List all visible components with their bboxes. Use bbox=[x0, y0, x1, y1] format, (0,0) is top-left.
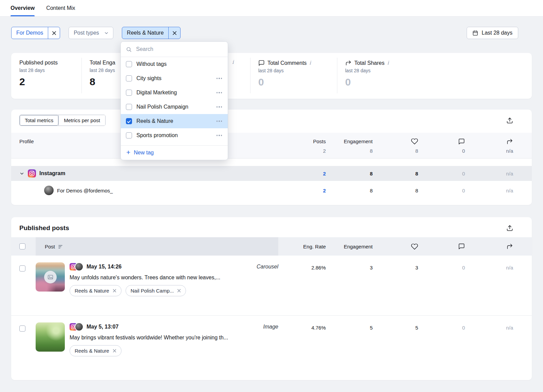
shares-value: n/a bbox=[465, 262, 513, 270]
checkbox[interactable] bbox=[126, 132, 132, 138]
checkbox[interactable] bbox=[126, 104, 132, 110]
shares-value: n/a bbox=[465, 322, 513, 331]
post-thumbnail[interactable] bbox=[36, 322, 65, 352]
avatar bbox=[75, 262, 83, 271]
tag-option-sports-promotion[interactable]: Sports promotion bbox=[121, 128, 228, 143]
profiles-table-totals: 2 8 8 0 n/a bbox=[11, 146, 532, 158]
filter-chip-for-demos[interactable]: For Demos bbox=[11, 27, 60, 39]
profile-handle: @fordemos_ bbox=[83, 188, 113, 193]
chevron-down-icon[interactable] bbox=[19, 171, 24, 176]
post-tag-label: Nail Polish Camp... bbox=[131, 288, 174, 294]
table-row-for-demos[interactable]: For Demos @fordemos_ 2 8 8 0 n/a bbox=[11, 181, 532, 200]
post-tag[interactable]: Reels & Nature bbox=[70, 285, 121, 296]
close-icon[interactable] bbox=[113, 349, 116, 353]
dots-menu-icon[interactable] bbox=[216, 119, 223, 123]
instagram-icon bbox=[28, 169, 36, 178]
post-tag-label: Reels & Nature bbox=[75, 288, 109, 294]
avatar bbox=[75, 322, 83, 331]
tab-content-mix[interactable]: Content Mix bbox=[46, 0, 75, 16]
card-subtitle: last 28 days bbox=[258, 68, 337, 73]
post-row[interactable]: May 15, 14:26 Carousel May unfolds natur… bbox=[11, 256, 532, 315]
post-type: Image bbox=[263, 324, 278, 330]
shares-value: n/a bbox=[465, 188, 513, 193]
totals-shares: n/a bbox=[465, 148, 513, 154]
comments-value: 0 bbox=[418, 262, 465, 270]
tab-overview[interactable]: Overview bbox=[11, 0, 35, 16]
checkbox[interactable] bbox=[126, 61, 132, 67]
new-tag-button[interactable]: + New tag bbox=[126, 149, 154, 156]
filter-chip-for-demos-label: For Demos bbox=[12, 27, 48, 39]
post-tag[interactable]: Reels & Nature bbox=[70, 345, 121, 356]
checkbox[interactable] bbox=[126, 118, 132, 124]
post-tag-label: Reels & Nature bbox=[75, 348, 109, 354]
card-total-shares: Total Shares i last 28 days 0 bbox=[337, 53, 532, 99]
close-icon[interactable] bbox=[168, 27, 180, 39]
dots-menu-icon[interactable] bbox=[216, 133, 223, 137]
column-posts: Posts bbox=[278, 138, 326, 144]
card-title: Total Comments bbox=[267, 60, 307, 66]
engagement-value: 5 bbox=[326, 322, 373, 331]
tags-dropdown: Without tags City sights Digital Marketi… bbox=[120, 41, 228, 160]
post-row[interactable]: May 5, 13:07 Image May brings vibrant fe… bbox=[11, 315, 532, 375]
table-row-instagram[interactable]: Instagram 2 8 8 0 n/a bbox=[11, 166, 532, 181]
profile-name: For Demos bbox=[57, 188, 82, 193]
calendar-icon bbox=[472, 30, 478, 36]
totals-comments: 0 bbox=[418, 148, 465, 154]
likes-value: 8 bbox=[373, 188, 418, 193]
info-icon[interactable]: i bbox=[387, 60, 389, 66]
post-checkbox[interactable] bbox=[19, 265, 25, 272]
chevron-down-icon bbox=[104, 27, 109, 39]
post-caption[interactable]: May unfolds nature's wonders. Trees danc… bbox=[70, 275, 278, 281]
search-icon bbox=[126, 46, 132, 52]
column-post: Post bbox=[45, 244, 55, 249]
export-icon[interactable] bbox=[506, 117, 513, 124]
filter-chip-reels-nature[interactable]: Reels & Nature bbox=[122, 27, 181, 39]
likes-value: 3 bbox=[373, 262, 418, 270]
close-icon[interactable] bbox=[113, 289, 116, 293]
card-value: 0 bbox=[345, 76, 532, 88]
card-total-comments: Total Comments i last 28 days 0 bbox=[250, 53, 337, 99]
tag-option-label: Reels & Nature bbox=[136, 118, 211, 124]
select-all-checkbox[interactable] bbox=[19, 243, 25, 249]
column-engagement: Engagement bbox=[326, 244, 373, 249]
tag-option-nail-polish-campaign[interactable]: Nail Polish Campaign bbox=[121, 100, 228, 114]
tag-option-label: Digital Marketing bbox=[136, 90, 211, 96]
dots-menu-icon[interactable] bbox=[216, 105, 223, 109]
post-tag[interactable]: Nail Polish Camp... bbox=[126, 285, 186, 296]
comments-value: 0 bbox=[418, 171, 465, 176]
post-checkbox[interactable] bbox=[19, 325, 25, 332]
post-thumbnail[interactable] bbox=[36, 262, 65, 292]
tag-option-digital-marketing[interactable]: Digital Marketing bbox=[121, 86, 228, 100]
tag-option-label: Sports promotion bbox=[136, 132, 211, 138]
close-icon[interactable] bbox=[48, 27, 60, 39]
tag-option-city-sights[interactable]: City sights bbox=[121, 71, 228, 86]
dots-menu-icon[interactable] bbox=[216, 76, 223, 80]
main-content: For Demos Post types Reels & Nature bbox=[0, 27, 543, 380]
sort-icon[interactable] bbox=[58, 244, 63, 249]
posts-value[interactable]: 2 bbox=[278, 171, 326, 176]
dots-menu-icon[interactable] bbox=[216, 91, 223, 95]
info-icon[interactable]: i bbox=[310, 60, 311, 66]
toggle-metrics-per-post[interactable]: Metrics per post bbox=[58, 115, 105, 126]
checkbox[interactable] bbox=[126, 75, 132, 81]
export-icon[interactable] bbox=[506, 225, 513, 231]
published-posts-title: Published posts bbox=[19, 224, 69, 232]
date-range-button[interactable]: Last 28 days bbox=[467, 27, 518, 39]
engagement-value: 3 bbox=[326, 262, 373, 270]
column-eng-rate: Eng. Rate bbox=[278, 244, 326, 249]
comment-icon bbox=[418, 138, 465, 145]
post-caption[interactable]: May brings vibrant festivals worldwide! … bbox=[70, 335, 278, 341]
toggle-total-metrics[interactable]: Total metrics bbox=[20, 115, 58, 126]
checkbox[interactable] bbox=[126, 90, 132, 96]
close-icon[interactable] bbox=[177, 289, 181, 293]
info-icon[interactable]: i bbox=[232, 60, 234, 65]
tag-option-reels-nature[interactable]: Reels & Nature bbox=[121, 114, 228, 128]
search-input[interactable] bbox=[135, 46, 223, 53]
comment-icon bbox=[418, 243, 465, 250]
tag-option-without-tags[interactable]: Without tags bbox=[121, 57, 228, 71]
filter-post-types-label: Post types bbox=[69, 27, 104, 39]
card-published-posts: Published posts last 28 days 2 bbox=[11, 53, 81, 99]
filter-post-types-dropdown[interactable]: Post types bbox=[69, 27, 113, 39]
date-range-label: Last 28 days bbox=[482, 30, 512, 36]
posts-value[interactable]: 2 bbox=[278, 188, 326, 193]
